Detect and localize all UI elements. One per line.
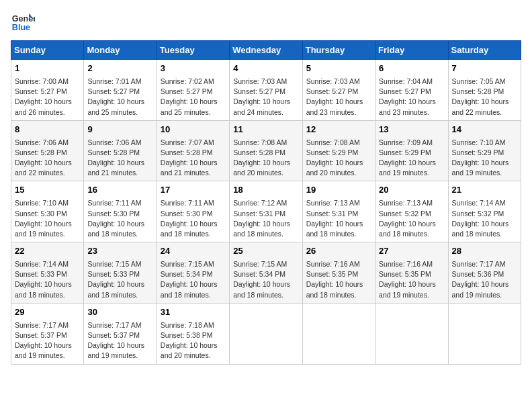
day-number: 27	[379, 245, 444, 258]
days-of-week-row: SundayMondayTuesdayWednesdayThursdayFrid…	[11, 41, 521, 60]
day-number: 16	[87, 184, 152, 197]
dow-header-wednesday: Wednesday	[230, 41, 302, 60]
day-info: Sunrise: 7:02 AM Sunset: 5:27 PM Dayligh…	[161, 77, 226, 118]
day-info: Sunrise: 7:12 AM Sunset: 5:31 PM Dayligh…	[233, 198, 298, 239]
calendar-cell: 10Sunrise: 7:07 AM Sunset: 5:28 PM Dayli…	[157, 120, 229, 181]
day-info: Sunrise: 7:03 AM Sunset: 5:27 PM Dayligh…	[306, 77, 371, 118]
week-row-4: 22Sunrise: 7:14 AM Sunset: 5:33 PM Dayli…	[11, 242, 521, 304]
day-info: Sunrise: 7:14 AM Sunset: 5:32 PM Dayligh…	[452, 198, 517, 239]
day-info: Sunrise: 7:00 AM Sunset: 5:27 PM Dayligh…	[15, 77, 80, 118]
day-number: 20	[379, 184, 444, 197]
week-row-1: 1Sunrise: 7:00 AM Sunset: 5:27 PM Daylig…	[11, 60, 521, 121]
day-number: 2	[87, 62, 152, 75]
calendar-cell: 24Sunrise: 7:15 AM Sunset: 5:34 PM Dayli…	[157, 242, 229, 304]
day-number: 18	[233, 184, 298, 197]
day-info: Sunrise: 7:14 AM Sunset: 5:33 PM Dayligh…	[15, 259, 80, 300]
day-number: 5	[306, 62, 371, 75]
day-info: Sunrise: 7:10 AM Sunset: 5:29 PM Dayligh…	[452, 138, 517, 179]
calendar-cell: 29Sunrise: 7:17 AM Sunset: 5:37 PM Dayli…	[11, 303, 84, 364]
logo: General Blue	[11, 11, 38, 35]
dow-header-sunday: Sunday	[11, 41, 84, 60]
day-number: 4	[233, 62, 298, 75]
dow-header-thursday: Thursday	[302, 41, 375, 60]
day-number: 31	[161, 306, 226, 319]
week-row-5: 29Sunrise: 7:17 AM Sunset: 5:37 PM Dayli…	[11, 303, 521, 364]
day-info: Sunrise: 7:18 AM Sunset: 5:38 PM Dayligh…	[161, 320, 226, 361]
calendar-cell	[448, 303, 521, 364]
day-info: Sunrise: 7:13 AM Sunset: 5:32 PM Dayligh…	[379, 198, 444, 239]
svg-text:Blue: Blue	[12, 23, 30, 32]
day-number: 19	[306, 184, 371, 197]
day-number: 12	[306, 124, 371, 136]
calendar-cell: 28Sunrise: 7:17 AM Sunset: 5:36 PM Dayli…	[448, 242, 521, 304]
calendar-cell: 31Sunrise: 7:18 AM Sunset: 5:38 PM Dayli…	[157, 303, 229, 364]
day-info: Sunrise: 7:16 AM Sunset: 5:35 PM Dayligh…	[379, 259, 444, 300]
day-number: 1	[15, 62, 80, 75]
day-info: Sunrise: 7:08 AM Sunset: 5:29 PM Dayligh…	[306, 138, 371, 179]
day-info: Sunrise: 7:06 AM Sunset: 5:28 PM Dayligh…	[15, 138, 80, 179]
calendar-cell: 27Sunrise: 7:16 AM Sunset: 5:35 PM Dayli…	[375, 242, 448, 304]
day-info: Sunrise: 7:01 AM Sunset: 5:27 PM Dayligh…	[87, 77, 152, 118]
calendar-cell: 13Sunrise: 7:09 AM Sunset: 5:29 PM Dayli…	[375, 120, 448, 181]
day-info: Sunrise: 7:17 AM Sunset: 5:37 PM Dayligh…	[87, 320, 152, 361]
day-number: 30	[87, 306, 152, 319]
day-number: 6	[379, 62, 444, 75]
calendar-cell: 30Sunrise: 7:17 AM Sunset: 5:37 PM Dayli…	[84, 303, 157, 364]
logo-icon: General Blue	[11, 11, 35, 35]
day-number: 10	[161, 124, 226, 136]
day-number: 23	[87, 245, 152, 258]
day-info: Sunrise: 7:15 AM Sunset: 5:33 PM Dayligh…	[87, 259, 152, 300]
calendar-cell: 6Sunrise: 7:04 AM Sunset: 5:27 PM Daylig…	[375, 60, 448, 121]
calendar-cell: 1Sunrise: 7:00 AM Sunset: 5:27 PM Daylig…	[11, 60, 84, 121]
day-info: Sunrise: 7:08 AM Sunset: 5:28 PM Dayligh…	[233, 138, 298, 179]
calendar-cell	[375, 303, 448, 364]
calendar-cell: 7Sunrise: 7:05 AM Sunset: 5:28 PM Daylig…	[448, 60, 521, 121]
calendar-cell: 22Sunrise: 7:14 AM Sunset: 5:33 PM Dayli…	[11, 242, 84, 304]
day-info: Sunrise: 7:17 AM Sunset: 5:36 PM Dayligh…	[452, 259, 517, 300]
day-info: Sunrise: 7:11 AM Sunset: 5:30 PM Dayligh…	[87, 198, 152, 239]
calendar-cell: 17Sunrise: 7:11 AM Sunset: 5:30 PM Dayli…	[157, 181, 229, 242]
day-number: 28	[452, 245, 517, 258]
day-number: 21	[452, 184, 517, 197]
week-row-2: 8Sunrise: 7:06 AM Sunset: 5:28 PM Daylig…	[11, 120, 521, 181]
calendar-cell: 21Sunrise: 7:14 AM Sunset: 5:32 PM Dayli…	[448, 181, 521, 242]
calendar-cell: 14Sunrise: 7:10 AM Sunset: 5:29 PM Dayli…	[448, 120, 521, 181]
calendar-cell: 8Sunrise: 7:06 AM Sunset: 5:28 PM Daylig…	[11, 120, 84, 181]
calendar-cell: 4Sunrise: 7:03 AM Sunset: 5:27 PM Daylig…	[230, 60, 302, 121]
calendar-cell: 16Sunrise: 7:11 AM Sunset: 5:30 PM Dayli…	[84, 181, 157, 242]
header: General Blue	[11, 11, 521, 35]
day-info: Sunrise: 7:17 AM Sunset: 5:37 PM Dayligh…	[15, 320, 80, 361]
week-row-3: 15Sunrise: 7:10 AM Sunset: 5:30 PM Dayli…	[11, 181, 521, 242]
dow-header-saturday: Saturday	[448, 41, 521, 60]
day-info: Sunrise: 7:15 AM Sunset: 5:34 PM Dayligh…	[161, 259, 226, 300]
calendar-cell: 25Sunrise: 7:15 AM Sunset: 5:34 PM Dayli…	[230, 242, 302, 304]
calendar-cell: 12Sunrise: 7:08 AM Sunset: 5:29 PM Dayli…	[302, 120, 375, 181]
day-number: 14	[452, 124, 517, 136]
day-number: 29	[15, 306, 80, 319]
day-number: 24	[161, 245, 226, 258]
day-number: 7	[452, 62, 517, 75]
day-info: Sunrise: 7:11 AM Sunset: 5:30 PM Dayligh…	[161, 198, 226, 239]
day-number: 8	[15, 124, 80, 136]
calendar-cell	[230, 303, 302, 364]
calendar-cell: 15Sunrise: 7:10 AM Sunset: 5:30 PM Dayli…	[11, 181, 84, 242]
calendar-cell: 19Sunrise: 7:13 AM Sunset: 5:31 PM Dayli…	[302, 181, 375, 242]
day-number: 25	[233, 245, 298, 258]
day-number: 13	[379, 124, 444, 136]
day-number: 15	[15, 184, 80, 197]
day-number: 17	[161, 184, 226, 197]
day-info: Sunrise: 7:06 AM Sunset: 5:28 PM Dayligh…	[87, 138, 152, 179]
day-info: Sunrise: 7:13 AM Sunset: 5:31 PM Dayligh…	[306, 198, 371, 239]
day-info: Sunrise: 7:03 AM Sunset: 5:27 PM Dayligh…	[233, 77, 298, 118]
dow-header-tuesday: Tuesday	[157, 41, 229, 60]
day-number: 22	[15, 245, 80, 258]
day-info: Sunrise: 7:09 AM Sunset: 5:29 PM Dayligh…	[379, 138, 444, 179]
day-info: Sunrise: 7:05 AM Sunset: 5:28 PM Dayligh…	[452, 77, 517, 118]
calendar-cell: 23Sunrise: 7:15 AM Sunset: 5:33 PM Dayli…	[84, 242, 157, 304]
day-info: Sunrise: 7:15 AM Sunset: 5:34 PM Dayligh…	[233, 259, 298, 300]
calendar-cell: 11Sunrise: 7:08 AM Sunset: 5:28 PM Dayli…	[230, 120, 302, 181]
day-number: 9	[87, 124, 152, 136]
calendar-cell: 5Sunrise: 7:03 AM Sunset: 5:27 PM Daylig…	[302, 60, 375, 121]
calendar-cell: 26Sunrise: 7:16 AM Sunset: 5:35 PM Dayli…	[302, 242, 375, 304]
calendar-cell: 3Sunrise: 7:02 AM Sunset: 5:27 PM Daylig…	[157, 60, 229, 121]
